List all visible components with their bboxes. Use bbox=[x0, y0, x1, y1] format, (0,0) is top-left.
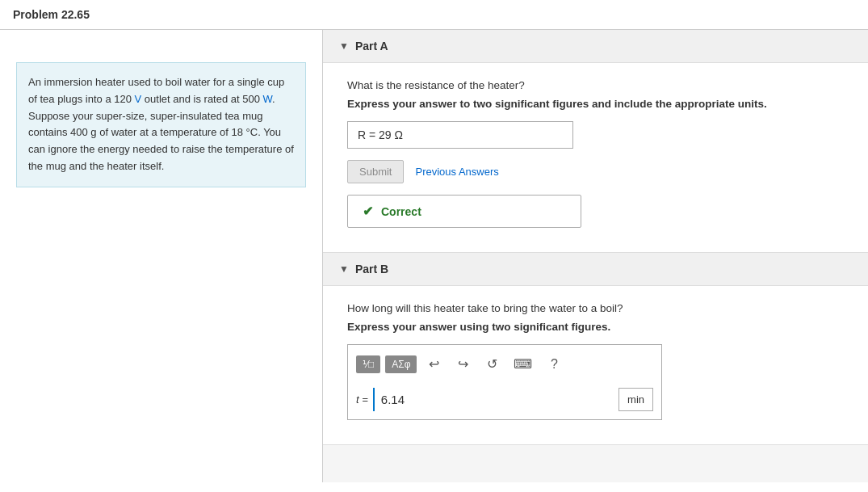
math-label: t = bbox=[356, 393, 368, 406]
problem-text: An immersion heater used to boil water f… bbox=[16, 62, 306, 187]
part-a-header[interactable]: ▼ Part A bbox=[323, 30, 868, 63]
greek-button[interactable]: ΑΣφ bbox=[385, 355, 417, 373]
part-a-button-row: Submit Previous Answers bbox=[347, 160, 844, 183]
part-b-instruction: Express your answer using two significan… bbox=[347, 321, 844, 333]
part-a-prev-answers-link[interactable]: Previous Answers bbox=[415, 166, 498, 178]
problem-title: Problem 22.65 bbox=[0, 0, 868, 30]
unit-box: min bbox=[619, 388, 653, 411]
part-b-value-input[interactable] bbox=[373, 388, 614, 411]
undo-button[interactable]: ↩ bbox=[421, 353, 446, 375]
part-a-section: ▼ Part A What is the resistance of the h… bbox=[323, 30, 868, 253]
unit-label: min bbox=[627, 393, 644, 406]
right-panel: ▼ Part A What is the resistance of the h… bbox=[323, 30, 868, 482]
voltage-highlight: V bbox=[135, 93, 142, 105]
correct-banner: ✔ Correct bbox=[347, 195, 581, 228]
math-editor-box: ⅟□ ΑΣφ ↩ ↪ ↺ ⌨ ? t = min bbox=[347, 344, 662, 420]
part-b-label: Part B bbox=[355, 263, 388, 275]
part-a-submit-button[interactable]: Submit bbox=[347, 160, 404, 183]
part-a-label: Part A bbox=[355, 40, 388, 53]
fraction-button[interactable]: ⅟□ bbox=[356, 355, 380, 373]
part-b-arrow-icon: ▼ bbox=[339, 263, 349, 275]
part-b-question: How long will this heater take to bring … bbox=[347, 302, 844, 314]
math-toolbar: ⅟□ ΑΣφ ↩ ↪ ↺ ⌨ ? bbox=[356, 353, 653, 381]
part-a-content: What is the resistance of the heater? Ex… bbox=[323, 63, 868, 252]
refresh-button[interactable]: ↺ bbox=[480, 353, 504, 375]
part-b-content: How long will this heater take to bring … bbox=[323, 286, 868, 444]
correct-label: Correct bbox=[381, 205, 421, 218]
power-highlight: W bbox=[263, 93, 273, 105]
part-a-instruction: Express your answer to two significant f… bbox=[347, 98, 844, 110]
part-a-arrow-icon: ▼ bbox=[339, 40, 349, 52]
part-b-section: ▼ Part B How long will this heater take … bbox=[323, 253, 868, 445]
keyboard-button[interactable]: ⌨ bbox=[509, 353, 537, 375]
part-a-question: What is the resistance of the heater? bbox=[347, 79, 844, 91]
check-icon: ✔ bbox=[363, 204, 373, 219]
part-a-input-row bbox=[347, 121, 844, 149]
part-b-header[interactable]: ▼ Part B bbox=[323, 253, 868, 286]
math-input-row: t = min bbox=[356, 388, 653, 411]
left-panel: An immersion heater used to boil water f… bbox=[0, 30, 323, 482]
redo-button[interactable]: ↪ bbox=[451, 353, 475, 375]
part-a-answer-input[interactable] bbox=[347, 121, 573, 149]
help-button[interactable]: ? bbox=[542, 354, 566, 375]
problem-text-segment2: outlet and is rated at 500 bbox=[141, 93, 262, 105]
